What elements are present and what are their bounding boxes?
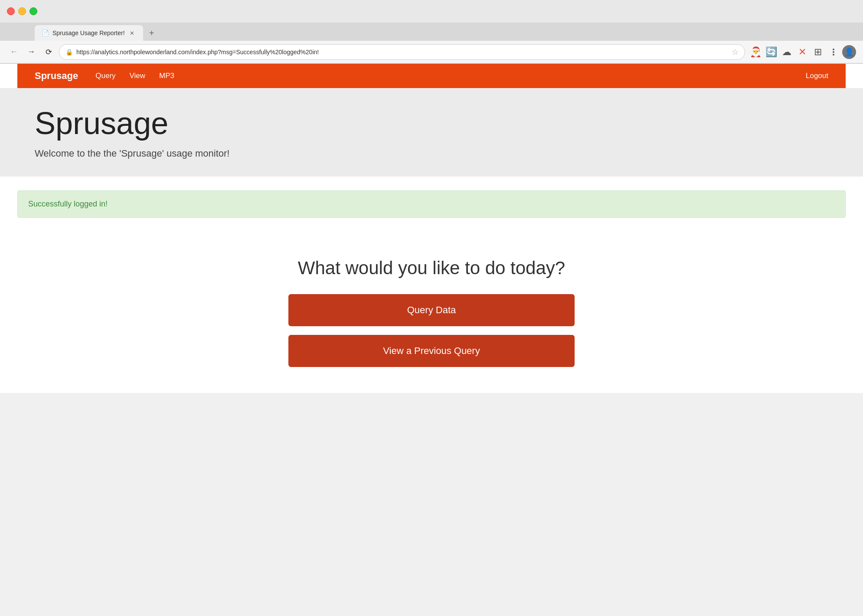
query-data-button[interactable]: Query Data [288, 294, 575, 326]
action-title: What would you like to do today? [298, 258, 565, 279]
view-previous-query-button[interactable]: View a Previous Query [288, 335, 575, 367]
menu-button[interactable] [827, 45, 840, 59]
forward-button[interactable]: → [24, 45, 38, 59]
success-message: Successfully logged in! [28, 200, 108, 208]
tab-title: Sprusage Usage Reporter! [52, 29, 125, 36]
tab-page-icon: 📄 [42, 29, 49, 36]
hero-subtitle: Welcome to the the 'Sprusage' usage moni… [35, 148, 828, 159]
minimize-window-button[interactable] [18, 7, 26, 15]
browser-tab[interactable]: 📄 Sprusage Usage Reporter! ✕ [35, 25, 143, 41]
address-bar[interactable] [76, 49, 728, 56]
page-content: Sprusage Query View MP3 Logout Sprusage … [0, 64, 863, 393]
reload-button[interactable]: ⟳ [42, 45, 56, 59]
hero-title: Sprusage [35, 105, 828, 141]
maximize-window-button[interactable] [29, 7, 37, 15]
tab-close-button[interactable]: ✕ [128, 29, 136, 37]
browser-tab-bar: 📄 Sprusage Usage Reporter! ✕ + [0, 23, 863, 41]
nav-link-view[interactable]: View [130, 72, 146, 80]
profile-avatar-icon: 👤 [844, 47, 854, 57]
nav-link-query[interactable]: Query [95, 72, 115, 80]
traffic-lights [7, 7, 37, 15]
hero-section: Sprusage Welcome to the the 'Sprusage' u… [0, 88, 863, 177]
bookmark-icon[interactable]: ☆ [732, 47, 739, 57]
secure-icon: 🔒 [65, 49, 73, 56]
extension-icon-3[interactable]: ☁ [780, 45, 794, 59]
back-button[interactable]: ← [7, 45, 21, 59]
success-banner: Successfully logged in! [17, 190, 846, 218]
extension-icon-1[interactable]: 🎅 [749, 45, 762, 59]
navbar: Sprusage Query View MP3 Logout [17, 64, 846, 88]
browser-chrome: 📄 Sprusage Usage Reporter! ✕ + ← → ⟳ 🔒 ☆… [0, 0, 863, 64]
close-window-button[interactable] [7, 7, 15, 15]
extension-icon-2[interactable]: 🔄 [764, 45, 778, 59]
logout-button[interactable]: Logout [806, 72, 828, 80]
toolbar-actions: 🎅 🔄 ☁ ✕ ⊞ 👤 [749, 45, 856, 59]
extension-icon-4[interactable]: ✕ [795, 45, 809, 59]
action-section: What would you like to do today? Query D… [17, 232, 846, 393]
browser-title-bar [0, 0, 863, 23]
extension-icon-5[interactable]: ⊞ [811, 45, 825, 59]
address-bar-container: 🔒 ☆ [59, 44, 745, 60]
navbar-brand[interactable]: Sprusage [35, 70, 78, 82]
browser-toolbar: ← → ⟳ 🔒 ☆ 🎅 🔄 ☁ ✕ ⊞ [0, 41, 863, 63]
navbar-links: Query View MP3 [95, 72, 806, 80]
profile-button[interactable]: 👤 [842, 45, 856, 59]
new-tab-button[interactable]: + [145, 26, 159, 40]
nav-link-mp3[interactable]: MP3 [159, 72, 174, 80]
